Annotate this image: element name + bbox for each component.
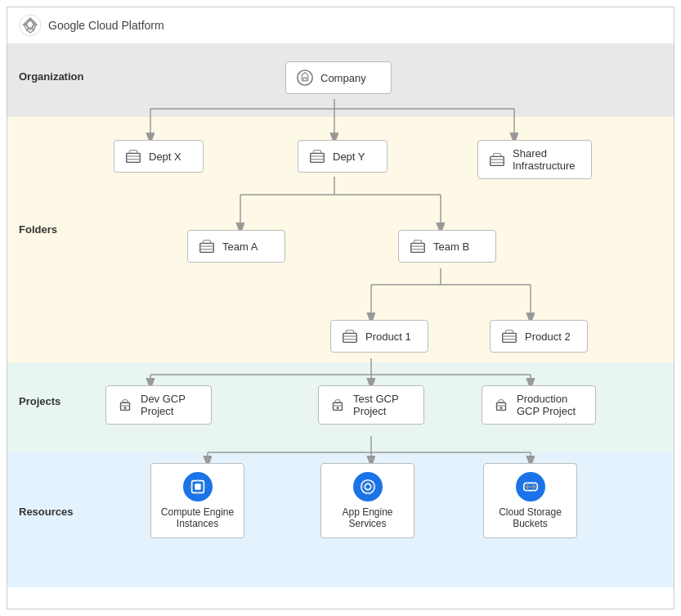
team-a-node: Team A (187, 230, 285, 263)
dept-y-icon (308, 147, 326, 165)
svg-rect-34 (200, 243, 214, 252)
compute-engine-icon (183, 472, 213, 501)
org-label: Organization (19, 70, 83, 83)
dept-x-icon (124, 147, 142, 165)
shared-infra-node: Shared Infrastructure (477, 140, 592, 179)
shared-infra-label: Shared Infrastructure (513, 147, 581, 172)
dept-y-label: Dept Y (333, 151, 365, 163)
svg-rect-25 (127, 153, 141, 162)
shared-infra-icon (488, 151, 506, 169)
app-engine-label: App Engine Services (329, 506, 405, 529)
company-node: Company (285, 61, 392, 94)
prod-gcp-label: Production GCP Project (517, 393, 585, 417)
svg-point-51 (337, 407, 339, 409)
product-2-icon (500, 327, 518, 345)
cloud-storage-label: Cloud Storage Buckets (492, 506, 568, 529)
compute-engine-node: Compute Engine Instances (150, 463, 244, 538)
dev-gcp-node: Dev GCP Project (105, 385, 212, 425)
dept-y-node: Dept Y (298, 140, 388, 173)
app-engine-icon (353, 472, 383, 501)
prod-gcp-icon (492, 396, 510, 414)
svg-point-48 (124, 407, 127, 409)
header: Google Cloud Platform (7, 7, 674, 43)
app-engine-node: App Engine Services (320, 463, 414, 538)
team-a-label: Team A (222, 241, 258, 253)
gcp-logo-icon (19, 14, 42, 37)
product-2-label: Product 2 (525, 330, 571, 343)
prod-gcp-node: Production GCP Project (482, 385, 596, 425)
main-container: Google Cloud Platform Organization Folde… (7, 7, 674, 609)
cloud-storage-node: Cloud Storage Buckets (483, 463, 577, 538)
dev-gcp-label: Dev GCP Project (141, 393, 201, 417)
svg-rect-56 (195, 483, 200, 489)
svg-rect-28 (311, 153, 325, 162)
team-b-icon (409, 237, 427, 255)
svg-rect-40 (343, 333, 357, 342)
resources-label: Resources (19, 506, 73, 518)
projects-label: Projects (19, 395, 60, 407)
dept-x-label: Dept X (149, 151, 181, 163)
product-1-label: Product 1 (365, 330, 411, 343)
svg-rect-31 (491, 156, 504, 165)
diagram-area: Organization Folders Projects Resources (7, 43, 674, 609)
dept-x-node: Dept X (114, 140, 204, 173)
product-1-icon (341, 327, 359, 345)
team-b-node: Team B (398, 230, 496, 263)
svg-point-54 (500, 407, 503, 409)
compute-engine-label: Compute Engine Instances (159, 506, 235, 529)
company-icon (296, 69, 314, 87)
product-1-node: Product 1 (330, 320, 428, 353)
test-gcp-icon (329, 396, 347, 414)
test-gcp-node: Test GCP Project (318, 385, 424, 425)
dev-gcp-icon (116, 396, 134, 414)
company-label: Company (320, 72, 366, 84)
test-gcp-label: Test GCP Project (353, 393, 414, 417)
header-title: Google Cloud Platform (48, 19, 164, 32)
product-2-node: Product 2 (490, 320, 588, 353)
team-b-label: Team B (433, 241, 469, 253)
svg-point-62 (365, 483, 370, 489)
cloud-storage-icon (516, 472, 545, 501)
svg-rect-37 (411, 243, 425, 252)
team-a-icon (198, 237, 216, 255)
folders-label: Folders (19, 223, 57, 236)
svg-rect-43 (503, 333, 517, 342)
